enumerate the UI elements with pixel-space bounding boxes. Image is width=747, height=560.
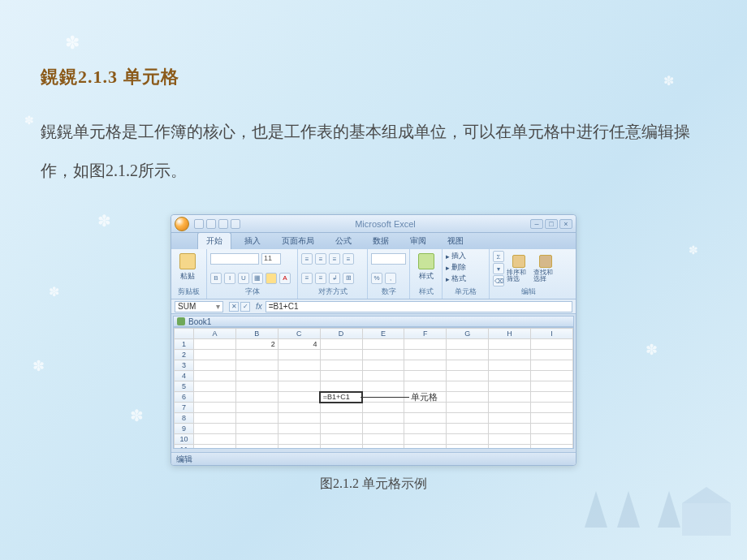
app-title: Microsoft Excel xyxy=(240,219,530,229)
col-header[interactable]: E xyxy=(362,329,404,339)
percent-button[interactable]: % xyxy=(371,273,382,284)
maximize-button[interactable]: □ xyxy=(545,219,558,229)
figure-caption: 图2.1.2 单元格示例 xyxy=(41,476,706,493)
fill-color-button[interactable] xyxy=(266,273,277,284)
italic-button[interactable]: I xyxy=(224,273,235,284)
cancel-formula-button[interactable]: ✕ xyxy=(229,302,239,312)
clear-button[interactable]: ⌫ xyxy=(493,275,504,286)
formula-input[interactable]: =B1+C1 xyxy=(266,301,572,312)
ribbon-tab-review[interactable]: 审阅 xyxy=(402,233,434,249)
qat-undo-icon[interactable] xyxy=(206,219,216,229)
row-header[interactable]: 3 xyxy=(175,360,194,371)
qat-print-icon[interactable] xyxy=(231,219,240,229)
ribbon-tabs: 开始 插入 页面布局 公式 数据 审阅 视图 xyxy=(171,233,576,249)
group-label-cells: 单元格 xyxy=(446,286,486,297)
row-header[interactable]: 5 xyxy=(175,381,194,392)
align-top-button[interactable]: ≡ xyxy=(301,253,313,265)
workbook-icon xyxy=(177,317,185,325)
group-label-editing: 编辑 xyxy=(493,286,564,297)
name-box[interactable]: SUM▾ xyxy=(175,301,223,312)
border-button[interactable]: ▦ xyxy=(252,273,263,284)
ribbon-group-font: 11 B I U ▦ A 字体 xyxy=(207,249,298,299)
ribbon-tab-data[interactable]: 数据 xyxy=(365,233,397,249)
align-mid-button[interactable]: ≡ xyxy=(315,253,326,265)
titlebar: Microsoft Excel – □ × xyxy=(171,215,576,233)
col-header[interactable]: H xyxy=(489,329,531,339)
underline-button[interactable]: U xyxy=(238,273,249,284)
cell-b1[interactable]: 2 xyxy=(235,339,278,350)
find-button[interactable]: 查找和选择 xyxy=(533,252,558,285)
col-header[interactable]: I xyxy=(531,329,573,339)
office-button[interactable] xyxy=(175,217,189,231)
annotation-line xyxy=(361,397,409,398)
paste-label: 粘贴 xyxy=(180,271,195,282)
styles-button[interactable]: 样式 xyxy=(413,251,439,283)
number-format-combo[interactable] xyxy=(371,253,406,265)
group-label-clipboard: 剪贴板 xyxy=(175,286,203,297)
fx-icon[interactable]: fx xyxy=(256,302,262,311)
row-header[interactable]: 7 xyxy=(175,403,194,413)
ribbon-group-number: % , 数字 xyxy=(368,249,410,299)
font-size-combo[interactable]: 11 xyxy=(261,253,281,265)
annotation-label: 单元格 xyxy=(411,391,438,403)
row-header[interactable]: 1 xyxy=(175,339,194,350)
styles-icon xyxy=(418,253,434,269)
ribbon-group-cells: ▸插入 ▸删除 ▸格式 单元格 xyxy=(443,249,490,299)
font-color-button[interactable]: A xyxy=(279,273,291,284)
minimize-button[interactable]: – xyxy=(530,219,543,229)
row-header[interactable]: 4 xyxy=(175,371,194,381)
qat-redo-icon[interactable] xyxy=(218,219,228,229)
ribbon-tab-layout[interactable]: 页面布局 xyxy=(274,233,322,249)
qat-save-icon[interactable] xyxy=(194,219,204,229)
col-header[interactable]: F xyxy=(404,329,447,339)
ribbon-group-alignment: ≡ ≡ ≡ ≡ ≡ ≡ ↲ ⊞ 对齐方式 xyxy=(298,249,368,299)
wrap-button[interactable]: ↲ xyxy=(329,273,340,284)
cell-d6-active[interactable]: =B1+C1 xyxy=(320,392,362,403)
find-icon xyxy=(539,255,552,268)
cell-c1[interactable]: 4 xyxy=(278,339,320,350)
align-left-button[interactable]: ≡ xyxy=(343,253,354,265)
insert-button[interactable]: ▸插入 xyxy=(446,251,466,261)
styles-label: 样式 xyxy=(419,271,434,282)
font-name-combo[interactable] xyxy=(210,253,259,265)
excel-window: Microsoft Excel – □ × 开始 插入 页面布局 公式 数据 审… xyxy=(171,214,576,466)
align-right-button[interactable]: ≡ xyxy=(315,273,326,284)
workbook-titlebar: Book1 xyxy=(173,316,574,327)
row-header[interactable]: 11 xyxy=(175,445,194,450)
align-center-button[interactable]: ≡ xyxy=(301,273,313,284)
delete-button[interactable]: ▸删除 xyxy=(446,262,466,273)
select-all-cell[interactable] xyxy=(175,329,194,339)
fill-button[interactable]: ▾ xyxy=(493,263,504,274)
row-header[interactable]: 6 xyxy=(175,392,194,403)
col-header[interactable]: B xyxy=(235,329,278,339)
align-bot-button[interactable]: ≡ xyxy=(329,253,340,265)
row-header[interactable]: 10 xyxy=(175,434,194,445)
merge-button[interactable]: ⊞ xyxy=(343,273,354,284)
paste-button[interactable]: 粘贴 xyxy=(175,251,201,283)
ribbon-tab-home[interactable]: 开始 xyxy=(197,232,231,249)
col-header[interactable]: G xyxy=(447,329,489,339)
section-title: 鎤鎤2.1.3 单元格 xyxy=(41,65,706,89)
formula-bar: SUM▾ ✕ ✓ fx =B1+C1 xyxy=(171,299,576,314)
spreadsheet-grid[interactable]: A B C D E F G H I 124 2 3 4 5 6=B xyxy=(174,328,573,449)
bold-button[interactable]: B xyxy=(210,273,222,284)
close-button[interactable]: × xyxy=(559,219,572,229)
col-header[interactable]: A xyxy=(194,329,236,339)
col-header[interactable]: D xyxy=(320,329,362,339)
group-label-number: 数字 xyxy=(371,286,406,297)
ribbon-group-editing: Σ ▾ ⌫ 排序和筛选 查找和选择 编辑 xyxy=(490,249,568,299)
row-header[interactable]: 8 xyxy=(175,413,194,424)
group-label-alignment: 对齐方式 xyxy=(301,286,364,297)
enter-formula-button[interactable]: ✓ xyxy=(240,302,250,312)
row-header[interactable]: 2 xyxy=(175,350,194,360)
ribbon-tab-insert[interactable]: 插入 xyxy=(236,233,269,249)
sum-button[interactable]: Σ xyxy=(493,251,504,262)
col-header[interactable]: C xyxy=(278,329,320,339)
ribbon-group-styles: 样式 样式 xyxy=(410,249,443,299)
comma-button[interactable]: , xyxy=(385,273,396,284)
format-button[interactable]: ▸格式 xyxy=(446,274,466,284)
ribbon-tab-view[interactable]: 视图 xyxy=(439,233,472,249)
ribbon-tab-formulas[interactable]: 公式 xyxy=(327,233,360,249)
row-header[interactable]: 9 xyxy=(175,424,194,434)
sort-button[interactable]: 排序和筛选 xyxy=(507,252,531,285)
